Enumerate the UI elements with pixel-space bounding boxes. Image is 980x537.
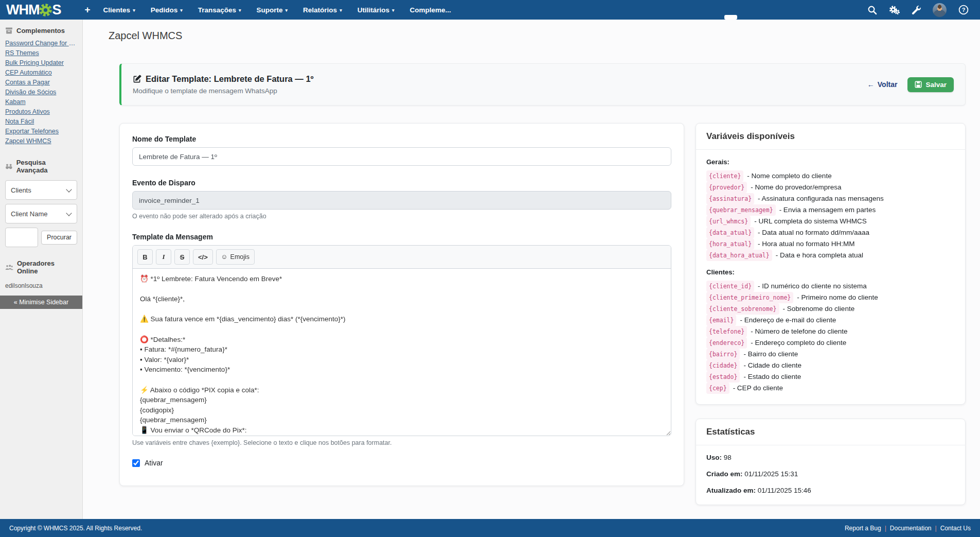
logo-text-suffix: S xyxy=(52,2,61,18)
variable-code[interactable]: {data_atual} xyxy=(706,227,754,238)
page-footer: Copyright © WHMCS 2025. All Rights Reser… xyxy=(0,519,980,537)
addon-link[interactable]: CEP Automático xyxy=(5,68,77,78)
menu-item[interactable]: Pedidos ▾ xyxy=(143,0,190,20)
menu-item[interactable]: Compleme... xyxy=(402,0,461,20)
variable-row: {email} - Endereço de e-mail do cliente xyxy=(706,315,955,326)
bold-button[interactable]: B xyxy=(137,249,153,265)
variable-row: {bairro} - Bairro do cliente xyxy=(706,349,955,360)
menu-item-label: Relatórios xyxy=(303,6,337,14)
variable-code[interactable]: {cidade} xyxy=(706,360,740,371)
search-type-select[interactable]: Clients xyxy=(5,180,77,200)
smiley-icon: ☺ xyxy=(221,253,228,261)
addon-link[interactable]: Produtos Ativos xyxy=(5,107,77,117)
variable-code[interactable]: {estado} xyxy=(706,371,740,383)
operators-online-header: Operadores Online xyxy=(0,252,82,279)
addon-link[interactable]: Password Change for WHMCS xyxy=(5,39,77,48)
variable-row: {cidade} - Cidade do cliente xyxy=(706,360,955,371)
menu-item-label: Suporte xyxy=(257,6,283,14)
addon-link[interactable]: Divisão de Sócios xyxy=(5,88,77,97)
activate-checkbox-label: Ativar xyxy=(145,459,163,467)
footer-link[interactable]: Contact Us xyxy=(932,525,971,532)
addon-link[interactable]: Nota Fácil xyxy=(5,117,77,127)
variable-code[interactable]: {url_whmcs} xyxy=(706,216,751,227)
footer-link[interactable]: Documentation xyxy=(881,525,932,532)
variable-description: - Nome completo do cliente xyxy=(747,171,831,181)
template-form-card: Nome do Template Evento de Disparo O eve… xyxy=(119,123,684,486)
variable-row: {cliente_sobrenome} - Sobrenome do clien… xyxy=(706,303,955,315)
variable-code[interactable]: {hora_atual} xyxy=(706,238,754,250)
back-button[interactable]: ← Voltar xyxy=(867,80,898,89)
addon-link[interactable]: Contas a Pagar xyxy=(5,78,77,88)
nav-add-button[interactable]: + xyxy=(80,4,96,15)
people-group-icon xyxy=(5,264,13,271)
addon-link[interactable]: Exportar Telefones xyxy=(5,127,77,136)
footer-link[interactable]: Report a Bug xyxy=(845,525,881,532)
statistic-row: Uso: 98 xyxy=(706,454,955,461)
italic-button[interactable]: I xyxy=(156,249,171,265)
advanced-search-header: Pesquisa Avançada xyxy=(0,151,82,178)
variable-code[interactable]: {quebrar_mensagem} xyxy=(706,204,776,216)
help-icon[interactable]: ? xyxy=(958,5,969,15)
addon-link[interactable]: Bulk Pricing Updater xyxy=(5,58,77,68)
statistics-panel-title: Estatísticas xyxy=(696,419,965,445)
strikethrough-button[interactable]: S xyxy=(174,249,190,265)
wrench-icon[interactable] xyxy=(912,5,921,14)
code-button[interactable]: </> xyxy=(193,249,213,265)
template-editor-header-card: Editar Template: Lembrete de Fatura — 1º… xyxy=(119,63,966,106)
variable-code[interactable]: {bairro} xyxy=(706,349,740,360)
save-floppy-icon xyxy=(915,81,922,88)
menu-item[interactable]: Suporte ▾ xyxy=(249,0,296,20)
variable-code[interactable]: {assinatura} xyxy=(706,193,754,204)
variable-code[interactable]: {cliente_id} xyxy=(706,281,754,292)
main-content: Zapcel WHMCS Editar Template: Lembrete d… xyxy=(83,20,980,519)
menu-item[interactable]: Utilitários ▾ xyxy=(350,0,402,20)
caret-down-icon: ▾ xyxy=(180,7,183,13)
operator-name[interactable]: edilsonlsouza xyxy=(0,279,82,296)
menu-item[interactable]: Transações ▾ xyxy=(190,0,249,20)
variable-code[interactable]: {endereco} xyxy=(706,337,747,349)
variable-code[interactable]: {telefone} xyxy=(706,326,747,337)
variable-row: {url_whmcs} - URL completa do sistema WH… xyxy=(706,216,955,227)
statistic-value: 01/11/2025 15:31 xyxy=(744,470,798,478)
variable-row: {cliente_primeiro_nome} - Primeiro nome … xyxy=(706,292,955,303)
message-editor: B I S </> ☺ Emojis ⏰ *1º Lembrete: Fatur… xyxy=(132,245,671,436)
variable-row: {hora_atual} - Hora atual no formato HH:… xyxy=(706,238,955,250)
variable-code[interactable]: {email} xyxy=(706,315,736,326)
variable-code[interactable]: {data_hora_atual} xyxy=(706,250,772,261)
user-avatar[interactable] xyxy=(933,3,947,17)
caret-down-icon: ▾ xyxy=(133,7,135,13)
emojis-button[interactable]: ☺ Emojis xyxy=(216,249,255,265)
whmcs-logo[interactable]: WHM S xyxy=(6,2,61,18)
addon-link[interactable]: Zapcel WHMCS xyxy=(5,136,77,146)
archive-box-icon xyxy=(5,27,13,34)
gears-icon[interactable] xyxy=(889,5,900,15)
variable-description: - URL completa do sistema WHMCS xyxy=(754,216,867,227)
menu-item[interactable]: Clientes ▾ xyxy=(96,0,143,20)
search-icon[interactable] xyxy=(867,5,877,15)
variable-code[interactable]: {cliente} xyxy=(706,170,743,182)
variable-code[interactable]: {cliente_primeiro_nome} xyxy=(706,292,793,303)
variable-code[interactable]: {cep} xyxy=(706,383,729,394)
template-name-input[interactable] xyxy=(132,147,671,166)
operators-online-title: Operadores Online xyxy=(17,259,77,275)
sidebar-search-input[interactable] xyxy=(5,228,38,247)
save-button[interactable]: Salvar xyxy=(907,77,954,92)
activate-checkbox[interactable] xyxy=(132,459,140,467)
caret-down-icon: ▾ xyxy=(340,7,342,13)
minimise-sidebar-button[interactable]: « Minimise Sidebar xyxy=(0,296,82,309)
variable-code[interactable]: {provedor} xyxy=(706,182,747,193)
search-submit-button[interactable]: Procurar xyxy=(41,231,77,245)
message-template-help: Use variáveis entre chaves {exemplo}. Se… xyxy=(132,439,671,446)
message-template-textarea[interactable]: ⏰ *1º Lembrete: Fatura Vencendo em Breve… xyxy=(133,269,671,436)
copyright-text: Copyright © WHMCS 2025. All Rights Reser… xyxy=(9,525,142,532)
variable-code[interactable]: {cliente_sobrenome} xyxy=(706,303,779,315)
trigger-event-help: O evento não pode ser alterado após a cr… xyxy=(132,213,671,220)
addon-link[interactable]: Kabam xyxy=(5,97,77,107)
menu-item[interactable]: Relatórios ▾ xyxy=(295,0,350,20)
search-field-select[interactable]: Client Name xyxy=(5,204,77,223)
addon-link[interactable]: RS Themes xyxy=(5,48,77,58)
variables-panel-title: Variáveis disponíveis xyxy=(696,124,965,150)
statistics-card: Estatísticas Uso: 98 Criado em: xyxy=(696,419,966,505)
variable-description: - CEP do cliente xyxy=(733,383,783,393)
variables-list-clientes: {cliente_id} - ID numérico do cliente no… xyxy=(706,281,955,394)
